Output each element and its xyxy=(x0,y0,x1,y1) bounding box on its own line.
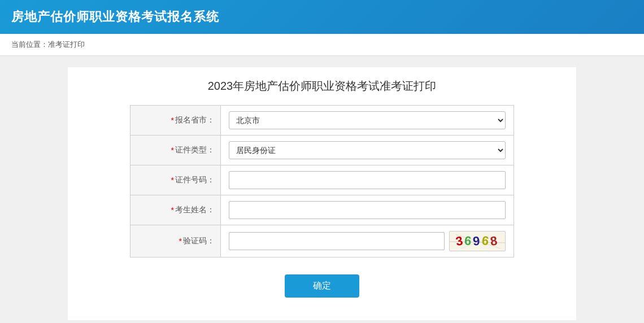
idtype-select[interactable]: 居民身份证 护照 港澳居民来往内地通行证 xyxy=(229,141,506,159)
main-content: 2023年房地产估价师职业资格考试准考证打印 * 报名省市： 北京市 上海市 天… xyxy=(68,67,576,320)
header: 房地产估价师职业资格考试报名系统 xyxy=(0,0,644,34)
idnumber-input[interactable] xyxy=(229,171,506,189)
label-captcha: * 验证码： xyxy=(130,225,221,257)
name-input[interactable] xyxy=(229,201,506,219)
page-title: 2023年房地产估价师职业资格考试准考证打印 xyxy=(79,78,565,94)
captcha-wrapper: 36968 xyxy=(229,231,506,251)
input-cell-province: 北京市 上海市 天津市 重庆市 xyxy=(221,106,514,135)
submit-area: 确定 xyxy=(79,274,565,298)
label-text-province: 报名省市： xyxy=(175,115,215,125)
label-idnumber: * 证件号码： xyxy=(130,165,221,195)
label-text-idnumber: 证件号码： xyxy=(175,175,215,185)
required-star-province: * xyxy=(171,116,174,125)
input-cell-idtype: 居民身份证 护照 港澳居民来往内地通行证 xyxy=(221,136,514,165)
breadcrumb-bar: 当前位置：准考证打印 xyxy=(0,34,644,56)
label-text-captcha: 验证码： xyxy=(183,236,215,246)
label-province: * 报名省市： xyxy=(130,106,221,135)
province-select[interactable]: 北京市 上海市 天津市 重庆市 xyxy=(229,111,506,129)
form-row-province: * 报名省市： 北京市 上海市 天津市 重庆市 xyxy=(130,106,514,136)
submit-button[interactable]: 确定 xyxy=(285,274,359,298)
form-table: * 报名省市： 北京市 上海市 天津市 重庆市 * 证件类型： 居民身份证 xyxy=(130,105,514,257)
header-title: 房地产估价师职业资格考试报名系统 xyxy=(11,8,219,25)
captcha-input[interactable] xyxy=(229,232,445,250)
required-star-name: * xyxy=(171,206,174,215)
breadcrumb-label: 当前位置： xyxy=(11,40,48,49)
form-row-captcha: * 验证码： 36968 xyxy=(130,225,514,257)
form-row-idnumber: * 证件号码： xyxy=(130,165,514,195)
label-idtype: * 证件类型： xyxy=(130,136,221,165)
label-name: * 考生姓名： xyxy=(130,195,221,225)
captcha-display: 36968 xyxy=(456,234,499,248)
required-star-idnumber: * xyxy=(171,176,174,185)
label-text-idtype: 证件类型： xyxy=(175,145,215,155)
breadcrumb-current: 准考证打印 xyxy=(48,40,85,49)
input-cell-idnumber xyxy=(221,165,514,195)
form-row-idtype: * 证件类型： 居民身份证 护照 港澳居民来往内地通行证 xyxy=(130,136,514,165)
required-star-idtype: * xyxy=(171,146,174,155)
input-cell-name xyxy=(221,195,514,225)
required-star-captcha: * xyxy=(179,237,182,246)
input-cell-captcha: 36968 xyxy=(221,225,514,257)
captcha-image[interactable]: 36968 xyxy=(449,231,506,251)
form-row-name: * 考生姓名： xyxy=(130,195,514,225)
label-text-name: 考生姓名： xyxy=(175,205,215,215)
